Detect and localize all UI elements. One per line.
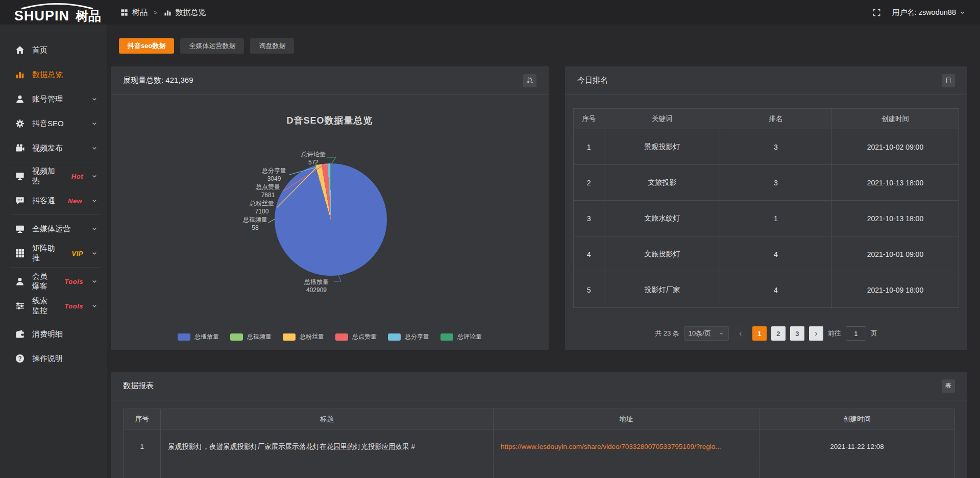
main-content: 抖音seo数据全媒体运营数据询盘数据 展现量总数: 421,369 总 D音SE… bbox=[107, 25, 980, 478]
tab-1[interactable]: 全媒体运营数据 bbox=[180, 38, 244, 54]
bar-chart-icon bbox=[164, 9, 172, 16]
data-tabs: 抖音seo数据全媒体运营数据询盘数据 bbox=[119, 38, 967, 54]
table-cell: 1 bbox=[574, 129, 604, 165]
sidebar-item-label: 账号管理 bbox=[32, 94, 63, 104]
sidebar-item-display[interactable]: 视频加热Hot bbox=[0, 164, 107, 188]
breadcrumb-separator: > bbox=[154, 9, 158, 16]
legend-item[interactable]: 总评论量 bbox=[440, 332, 482, 341]
sidebar-item-comment[interactable]: 抖客通New bbox=[0, 188, 107, 213]
goto-page-input[interactable] bbox=[846, 326, 866, 341]
sidebar-item-grid[interactable]: 矩阵助推VIP bbox=[0, 241, 107, 266]
sidebar-item-chart[interactable]: 数据总览 bbox=[0, 62, 107, 87]
table-cell: 2021-10-13 18:00 bbox=[831, 201, 959, 236]
chevron-down-icon bbox=[91, 250, 98, 257]
sidebar-item-label: 数据总览 bbox=[32, 70, 63, 80]
legend-swatch bbox=[388, 333, 401, 341]
sidebar-item-camera[interactable]: 视频发布 bbox=[0, 136, 107, 160]
table-cell: 2021-10-13 18:00 bbox=[831, 165, 959, 201]
sidebar-item-home[interactable]: 首页 bbox=[0, 38, 107, 62]
gear-icon bbox=[15, 119, 24, 128]
table-cell-title: 景观投影灯，夜游景观投影灯厂家展示展示落花灯在花园里的灯光投影应用效果 # bbox=[161, 429, 494, 464]
legend-swatch bbox=[440, 333, 453, 341]
table-cell: 文旅水纹灯 bbox=[604, 201, 720, 236]
table-cell: 5 bbox=[574, 272, 604, 308]
sidebar-item-gear[interactable]: 抖音SEO bbox=[0, 111, 107, 136]
tab-2[interactable]: 询盘数据 bbox=[250, 38, 294, 54]
legend-swatch bbox=[335, 333, 348, 341]
next-page-button[interactable]: › bbox=[809, 326, 823, 341]
legend-item[interactable]: 总播放量 bbox=[178, 332, 219, 341]
legend-item[interactable]: 总粉丝量 bbox=[283, 332, 324, 341]
goto-label: 前往 bbox=[828, 329, 841, 338]
ranking-table: 序号关键词排名创建时间 1景观投影灯32021-10-02 09:002文旅投影… bbox=[573, 108, 959, 308]
user-menu[interactable]: 用户名: zswodun88 bbox=[892, 8, 966, 17]
table-cell: 投影灯厂家 bbox=[604, 272, 720, 308]
sliders-icon bbox=[15, 301, 24, 310]
page-size-select[interactable]: 10条/页 bbox=[684, 326, 729, 341]
column-header: 排名 bbox=[720, 109, 831, 129]
table-cell bbox=[124, 464, 161, 478]
table-cell bbox=[493, 464, 759, 478]
chevron-down-icon bbox=[91, 173, 98, 180]
total-count-label: 共 23 条 bbox=[655, 329, 679, 338]
sidebar-badge: Tools bbox=[64, 278, 83, 285]
sidebar-item-wallet[interactable]: 消费明细 bbox=[0, 322, 107, 346]
camera-icon bbox=[15, 144, 24, 153]
report-panel: 数据报表 表 序号标题地址创建时间 1景观投影灯，夜游景观投影灯厂家展示展示落花… bbox=[111, 372, 967, 478]
ranking-corner-button[interactable]: 日 bbox=[942, 74, 955, 87]
chevron-down-icon bbox=[959, 9, 966, 16]
pie-label: 总分享量 bbox=[261, 167, 286, 174]
leader-line bbox=[268, 219, 275, 223]
pie-label: 总粉丝量 bbox=[249, 200, 274, 207]
legend-swatch bbox=[230, 333, 243, 341]
legend-label: 总播放量 bbox=[194, 332, 219, 341]
table-row: 1景观投影灯32021-10-02 09:00 bbox=[574, 129, 959, 165]
legend-item[interactable]: 总视频量 bbox=[230, 332, 272, 341]
column-header: 创建时间 bbox=[831, 109, 959, 129]
fullscreen-icon[interactable] bbox=[872, 8, 881, 17]
sidebar-item-label: 消费明细 bbox=[32, 329, 63, 339]
sidebar-item-label: 矩阵助推 bbox=[32, 244, 59, 263]
prev-page-button[interactable]: ‹ bbox=[733, 326, 748, 341]
overview-total-label: 展现量总数: 421,369 bbox=[123, 76, 193, 85]
wallet-icon bbox=[15, 329, 24, 339]
page-button-2[interactable]: 2 bbox=[771, 326, 786, 341]
question-icon bbox=[15, 354, 24, 363]
legend-item[interactable]: 总点赞量 bbox=[335, 332, 377, 341]
tab-0[interactable]: 抖音seo数据 bbox=[119, 38, 174, 54]
pie-labels-layer: 总评论量 572 总分享量 3049 总点赞量 7681 总粉丝量 7100 总… bbox=[111, 95, 549, 349]
chevron-down-icon bbox=[91, 145, 98, 152]
page-button-3[interactable]: 3 bbox=[790, 326, 804, 341]
sidebar-item-label: 抖客通 bbox=[32, 196, 55, 206]
chart-legend: 总播放量总视频量总粉丝量总点赞量总分享量总评论量 bbox=[111, 332, 549, 341]
legend-item[interactable]: 总分享量 bbox=[388, 332, 429, 341]
page-button-1[interactable]: 1 bbox=[752, 326, 767, 341]
pie-value: 58 bbox=[252, 224, 259, 231]
table-cell: 4 bbox=[574, 236, 604, 272]
ranking-panel: 今日排名 日 序号关键词排名创建时间 1景观投影灯32021-10-02 09:… bbox=[565, 66, 967, 350]
chevron-down-icon bbox=[91, 120, 98, 127]
table-cell: 4 bbox=[720, 236, 831, 272]
table-header-row: 序号关键词排名创建时间 bbox=[574, 109, 959, 129]
table-cell: 2021-10-09 18:00 bbox=[831, 272, 959, 308]
pie-value: 572 bbox=[308, 159, 318, 166]
table-cell bbox=[161, 464, 494, 478]
chevron-down-icon bbox=[718, 330, 724, 337]
breadcrumb-root[interactable]: 树品 bbox=[132, 8, 148, 17]
overview-panel: 展现量总数: 421,369 总 D音SEO数据量总览 总评论量 572 总分享… bbox=[111, 66, 549, 350]
table-cell-created: 2021-11-22 12:08 bbox=[760, 429, 955, 464]
ranking-title: 今日排名 bbox=[577, 76, 608, 85]
overview-corner-button[interactable]: 总 bbox=[523, 74, 536, 87]
sidebar-item-question[interactable]: 操作说明 bbox=[0, 346, 107, 371]
sidebar-item-monitor[interactable]: 全媒体运营 bbox=[0, 217, 107, 241]
sidebar-item-user[interactable]: 会员爆客Tools bbox=[0, 269, 107, 294]
legend-label: 总视频量 bbox=[247, 332, 272, 341]
logo-text-cn: 树品 bbox=[75, 9, 101, 23]
sidebar: 首页数据总览账号管理抖音SEO视频发布视频加热Hot抖客通New全媒体运营矩阵助… bbox=[0, 25, 107, 478]
home-icon bbox=[15, 45, 24, 55]
video-link[interactable]: https://www.iesdouyin.com/share/video/70… bbox=[501, 443, 721, 450]
sidebar-item-user[interactable]: 账号管理 bbox=[0, 87, 107, 111]
table-cell-index: 1 bbox=[124, 429, 161, 464]
sidebar-item-sliders[interactable]: 线索监控Tools bbox=[0, 294, 107, 318]
report-corner-button[interactable]: 表 bbox=[942, 379, 955, 393]
